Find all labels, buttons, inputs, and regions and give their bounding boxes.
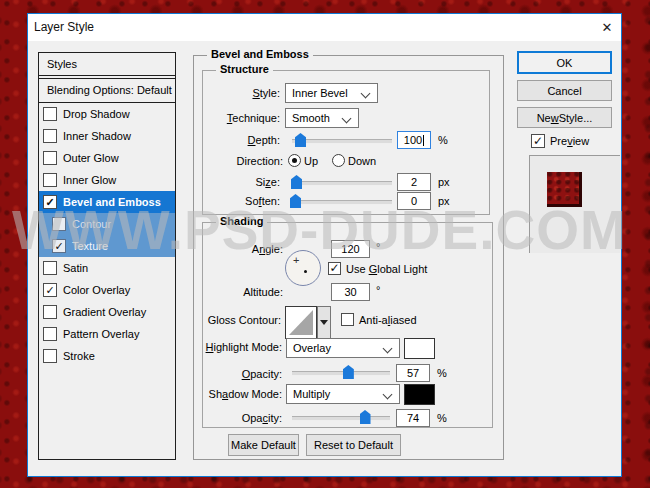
shadow-color-swatch[interactable] [404, 384, 435, 405]
checkbox[interactable]: ✓ [43, 283, 57, 297]
sidebar-item-outer-glow[interactable]: Outer Glow [39, 147, 175, 169]
highlight-opacity-thumb[interactable] [343, 365, 354, 379]
photoshop-canvas: Layer Style ✕ Styles Blending Options: D… [0, 0, 650, 488]
style-dropdown[interactable]: Inner Bevel [285, 83, 378, 103]
depth-label: Depth: [200, 134, 280, 146]
sidebar-item-stroke[interactable]: Stroke [39, 345, 175, 367]
style-label: Style: [200, 87, 280, 99]
checkbox[interactable] [43, 327, 57, 341]
checkbox[interactable] [43, 261, 57, 275]
title-bar[interactable] [28, 14, 621, 41]
sidebar-item-pattern-overlay[interactable]: Pattern Overlay [39, 323, 175, 345]
make-default-button[interactable]: Make Default [228, 434, 299, 456]
panel-legend: Bevel and Emboss [207, 48, 313, 60]
style-value: Inner Bevel [292, 87, 348, 99]
highlight-mode-value: Overlay [293, 342, 331, 354]
sidebar-item-label: Inner Glow [63, 174, 116, 186]
technique-value: Smooth [292, 112, 330, 124]
reset-to-default-button[interactable]: Reset to Default [306, 434, 401, 456]
highlight-opacity-input[interactable]: 57 [396, 364, 430, 382]
sidebar-item-drop-shadow[interactable]: Drop Shadow [39, 103, 175, 125]
slider-track[interactable] [292, 139, 392, 144]
direction-up-label[interactable]: Up [304, 155, 318, 167]
technique-label: Technique: [190, 112, 280, 124]
preview-checkbox[interactable]: ✓ [531, 134, 545, 148]
gloss-contour-picker[interactable] [285, 306, 317, 339]
depth-unit: % [438, 134, 448, 146]
checkbox[interactable] [43, 305, 57, 319]
styles-header[interactable]: Styles [39, 53, 175, 76]
depth-input[interactable]: 100 [397, 131, 431, 149]
chevron-down-icon [383, 390, 393, 400]
use-global-light-checkbox[interactable]: ✓ [328, 262, 341, 275]
shadow-opacity-label: Opacity: [202, 412, 282, 424]
altitude-value: 30 [344, 286, 356, 298]
ok-button[interactable]: OK [517, 51, 612, 74]
sidebar-item-label: Satin [63, 262, 88, 274]
close-icon[interactable]: ✕ [594, 17, 620, 38]
sidebar-item-inner-glow[interactable]: Inner Glow [39, 169, 175, 191]
depth-value: 100 [404, 134, 422, 146]
sidebar-item-gradient-overlay[interactable]: Gradient Overlay [39, 301, 175, 323]
cancel-button[interactable]: Cancel [517, 80, 612, 101]
size-slider[interactable] [292, 175, 392, 191]
sidebar-item-label: Stroke [63, 350, 95, 362]
anti-aliased-checkbox[interactable] [341, 313, 354, 326]
depth-slider[interactable] [292, 133, 392, 149]
direction-up-radio[interactable] [288, 154, 301, 167]
dial-center-dot [304, 270, 307, 273]
size-unit: px [438, 176, 450, 188]
size-input[interactable]: 2 [397, 173, 431, 191]
checkbox[interactable] [43, 349, 57, 363]
sidebar-item-color-overlay[interactable]: ✓Color Overlay [39, 279, 175, 301]
sidebar-item-label: Inner Shadow [63, 130, 131, 142]
highlight-opacity-value: 57 [407, 367, 419, 379]
slider-track[interactable] [292, 416, 390, 421]
technique-dropdown[interactable]: Smooth [285, 108, 359, 128]
size-slider-thumb[interactable] [291, 175, 302, 189]
anti-aliased-label[interactable]: Anti-aliased [359, 314, 417, 326]
dialog-title: Layer Style [34, 20, 94, 34]
highlight-mode-dropdown[interactable]: Overlay [286, 338, 400, 358]
checkbox[interactable] [43, 173, 57, 187]
shadow-mode-value: Multiply [293, 388, 330, 400]
checkbox[interactable] [43, 151, 57, 165]
watermark: WWW.PSD-DUDE.COM [12, 198, 627, 262]
size-label: Size: [200, 176, 280, 188]
sidebar-item-label: Pattern Overlay [63, 328, 139, 340]
new-style-button[interactable]: New Style... [517, 107, 612, 128]
shadow-opacity-input[interactable]: 74 [396, 409, 430, 427]
use-global-light-label[interactable]: Use Global Light [346, 263, 427, 275]
sidebar-item-inner-shadow[interactable]: Inner Shadow [39, 125, 175, 147]
slider-track[interactable] [292, 181, 392, 186]
altitude-label: Altitude: [203, 286, 283, 298]
shadow-opacity-slider[interactable] [292, 410, 390, 426]
triangle-down-icon [320, 320, 328, 325]
sidebar-item-label: Drop Shadow [63, 108, 130, 120]
gloss-contour-label: Gloss Contour: [195, 314, 281, 326]
highlight-color-swatch[interactable] [404, 338, 435, 359]
checkbox[interactable] [43, 107, 57, 121]
depth-slider-thumb[interactable] [295, 133, 306, 147]
shadow-opacity-value: 74 [407, 412, 419, 424]
preview-label[interactable]: Preview [550, 135, 589, 147]
size-value: 2 [411, 176, 417, 188]
highlight-opacity-slider[interactable] [292, 365, 390, 381]
sidebar-item-blending-options[interactable]: Blending Options: Default [39, 79, 175, 103]
checkbox[interactable] [43, 129, 57, 143]
altitude-input[interactable]: 30 [331, 283, 370, 301]
chevron-down-icon [342, 114, 352, 124]
direction-down-label[interactable]: Down [348, 155, 376, 167]
slider-track[interactable] [292, 371, 390, 376]
structure-legend: Structure [216, 63, 273, 75]
highlight-mode-label: Highlight Mode: [188, 341, 282, 353]
shadow-opacity-unit: % [437, 412, 447, 424]
altitude-unit: ° [376, 284, 380, 296]
contour-shape [289, 310, 313, 335]
gloss-contour-arrow-button[interactable] [317, 306, 331, 339]
shadow-mode-dropdown[interactable]: Multiply [286, 384, 400, 404]
sidebar-item-label: Gradient Overlay [63, 306, 146, 318]
direction-down-radio[interactable] [332, 154, 345, 167]
shadow-opacity-thumb[interactable] [360, 410, 371, 424]
direction-label: Direction: [183, 155, 283, 167]
